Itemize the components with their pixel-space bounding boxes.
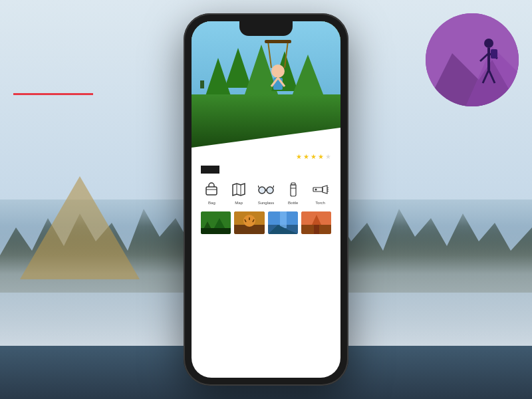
- image-thumb-jungle[interactable]: [201, 211, 231, 234]
- adventure-tag: [200, 80, 204, 88]
- svg-point-3: [484, 39, 493, 48]
- star-2: ★: [303, 153, 309, 160]
- bag-icon: [202, 180, 221, 199]
- star-4: ★: [318, 153, 324, 160]
- star-5: ★: [325, 153, 331, 160]
- svg-rect-9: [491, 49, 497, 59]
- svg-rect-23: [265, 40, 291, 43]
- svg-point-38: [315, 189, 317, 191]
- content-header: ★ ★ ★ ★ ★: [201, 153, 331, 160]
- bag-label: Bag: [208, 201, 215, 205]
- image-thumb-waterfall[interactable]: [268, 211, 298, 234]
- star-rating: ★ ★ ★ ★ ★: [296, 153, 331, 160]
- book-bar: [201, 166, 331, 174]
- bottle-label: Bottle: [288, 201, 298, 205]
- phone-screen: ★ ★ ★ ★ ★: [192, 21, 340, 378]
- svg-rect-59: [314, 225, 319, 234]
- torch-label: Torch: [315, 201, 325, 205]
- svg-point-29: [259, 187, 265, 194]
- images-row: [201, 211, 331, 234]
- gadget-bag: Bag: [202, 180, 221, 205]
- map-icon: [229, 180, 248, 199]
- gold-triangle-decoration: [20, 176, 140, 279]
- phone-container: ★ ★ ★ ★ ★: [184, 13, 348, 386]
- tour-underline: [13, 93, 93, 95]
- star-1: ★: [296, 153, 302, 160]
- torch-icon: [311, 180, 330, 199]
- gadgets-row: Bag Map: [201, 180, 331, 205]
- gadget-map: Map: [229, 180, 248, 205]
- bottle-icon: [284, 180, 303, 199]
- sunglass-icon: [257, 180, 275, 199]
- card-content-area: ★ ★ ★ ★ ★: [192, 148, 340, 239]
- gadget-sunglass: Sunglass: [257, 180, 275, 205]
- book-now-button[interactable]: [201, 166, 219, 174]
- svg-rect-45: [201, 228, 231, 234]
- image-thumb-tiger[interactable]: [234, 211, 264, 234]
- svg-line-32: [258, 186, 259, 188]
- svg-marker-37: [323, 186, 327, 194]
- gadget-torch: Torch: [311, 180, 330, 205]
- svg-point-30: [267, 187, 273, 194]
- sunglass-label: Sunglass: [258, 201, 275, 205]
- image-thumb-temple[interactable]: [301, 211, 331, 234]
- card-hero: [192, 21, 340, 148]
- star-3: ★: [311, 153, 317, 160]
- phone-frame: ★ ★ ★ ★ ★: [184, 13, 348, 386]
- purple-circle-hiker: [426, 13, 519, 106]
- svg-marker-26: [233, 184, 245, 196]
- svg-point-17: [271, 65, 285, 78]
- card-bg-forest: [192, 21, 340, 148]
- svg-rect-18: [273, 78, 283, 90]
- map-label: Map: [235, 201, 243, 205]
- svg-line-33: [273, 186, 274, 188]
- gadget-bottle: Bottle: [284, 180, 303, 205]
- svg-rect-24: [206, 187, 217, 195]
- svg-rect-36: [313, 188, 323, 192]
- svg-rect-54: [280, 211, 287, 228]
- phone-notch: [239, 21, 293, 36]
